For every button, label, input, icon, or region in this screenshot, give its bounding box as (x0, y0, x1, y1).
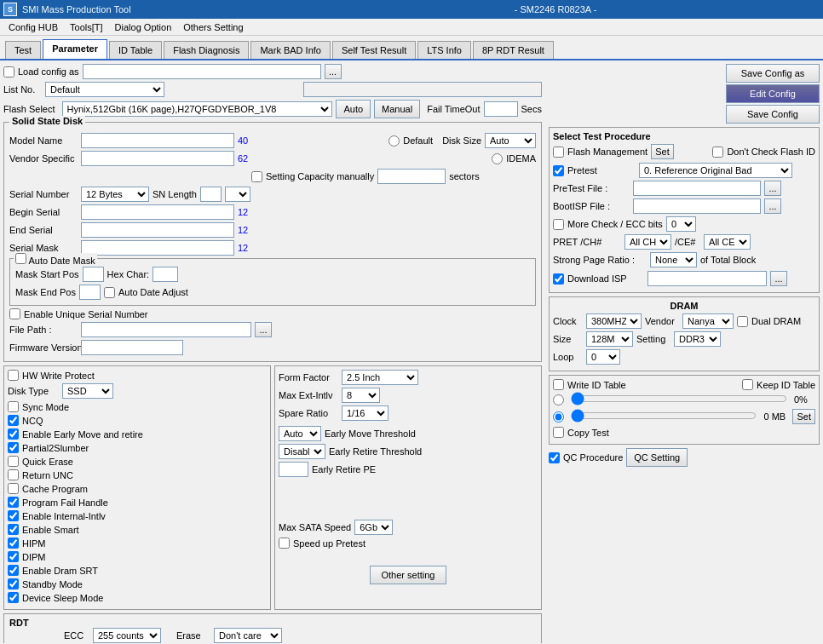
save-config-btn[interactable]: Save Config (726, 105, 820, 124)
menu-config-hub[interactable]: Config HUB (3, 20, 63, 34)
flash-select-dropdown[interactable]: Hynix,512Gbit (16K page),H27QFGDYEBOR_1V… (62, 101, 333, 117)
max-ext-intlv-select[interactable]: 8 (342, 388, 380, 403)
disk-type-select[interactable]: SSD (62, 383, 113, 399)
auto-btn[interactable]: Auto (336, 100, 371, 118)
id-radio-2[interactable] (553, 411, 564, 423)
file-path-browse-btn[interactable]: ... (255, 322, 272, 337)
fail-timeout-input[interactable]: 600 (484, 101, 518, 117)
id-radio-1[interactable] (553, 394, 564, 405)
id-slider-mb[interactable] (571, 410, 757, 422)
tab-id-table[interactable]: ID Table (109, 41, 162, 59)
loop-select[interactable]: 0 (586, 349, 620, 365)
vendor-specific-input[interactable]: Micro MLC DISK (81, 151, 234, 166)
speed-up-pretest-checkbox[interactable] (279, 538, 290, 549)
early-retire-select[interactable]: Disable (279, 444, 325, 459)
ncq-checkbox[interactable] (8, 415, 19, 426)
enable-dram-srt-checkbox[interactable] (8, 565, 19, 576)
dont-check-flash-checkbox[interactable] (712, 147, 723, 158)
download-isp-input[interactable]: ISP2246.bin (647, 271, 767, 286)
dipm-checkbox[interactable] (8, 551, 19, 562)
strong-page-ratio-select[interactable]: None (650, 252, 697, 267)
ce-select[interactable]: All CE (704, 234, 751, 250)
load-config-input[interactable] (83, 64, 321, 79)
early-move-select[interactable]: Auto (279, 426, 321, 441)
size-select[interactable]: 128M (586, 331, 633, 347)
cache-program-checkbox[interactable] (8, 483, 19, 494)
flash-management-checkbox[interactable] (553, 147, 564, 158)
write-id-table-checkbox[interactable] (553, 379, 564, 390)
program-fail-handle-checkbox[interactable] (8, 497, 19, 508)
enable-internal-intlv-checkbox[interactable] (8, 510, 19, 521)
sync-mode-checkbox[interactable] (8, 401, 19, 412)
copy-test-checkbox[interactable] (553, 427, 564, 438)
end-serial-input[interactable]: AA9999999999 (81, 222, 234, 238)
form-factor-select[interactable]: 2.5 Inch (342, 370, 418, 385)
edit-config-btn[interactable]: Edit Config (726, 84, 820, 103)
pret-ch-select[interactable]: All CH (624, 234, 671, 250)
early-retire-pe-input[interactable]: 0 (279, 462, 308, 477)
auto-date-mask-checkbox[interactable] (15, 253, 26, 264)
more-check-ecc-select[interactable]: 0 (666, 216, 696, 232)
firmware-version-input[interactable] (81, 340, 183, 355)
ecc-select[interactable]: 255 counts (93, 628, 161, 643)
load-config-browse-btn[interactable]: ... (325, 64, 342, 79)
qc-procedure-checkbox[interactable] (549, 452, 560, 463)
other-setting-btn[interactable]: Other setting (370, 566, 446, 584)
erase-select[interactable]: Don't care (214, 628, 282, 643)
menu-tools[interactable]: Tools[T] (65, 20, 108, 34)
mask-start-pos-input[interactable]: 3 (83, 267, 104, 282)
keep-id-table-checkbox[interactable] (742, 379, 753, 390)
load-config-checkbox[interactable] (3, 66, 14, 78)
id-slider-percent[interactable] (571, 393, 787, 405)
qc-setting-btn[interactable]: QC Setting (626, 448, 688, 467)
return-unc-checkbox[interactable] (8, 469, 19, 480)
radio-idema[interactable] (492, 153, 503, 164)
dual-dram-checkbox[interactable] (737, 316, 748, 327)
set-capacity-input[interactable]: 1887436800 (377, 169, 446, 184)
hw-write-protect-checkbox[interactable] (8, 370, 19, 381)
tab-parameter[interactable]: Parameter (43, 39, 107, 59)
device-sleep-mode-checkbox[interactable] (8, 592, 19, 603)
pretest-checkbox[interactable] (553, 165, 564, 176)
more-check-ecc-checkbox[interactable] (553, 219, 564, 230)
set-btn-2[interactable]: Set (792, 409, 815, 424)
enable-smart-checkbox[interactable] (8, 524, 19, 535)
clock-select[interactable]: 380MHZ (586, 313, 642, 329)
model-name-input[interactable]: Micro MLC DISK (81, 133, 234, 148)
pretest-file-input[interactable]: PTEST2246.bin (633, 181, 761, 196)
download-isp-checkbox[interactable] (553, 273, 564, 285)
save-config-as-btn[interactable]: Save Config as (726, 64, 820, 83)
tab-mark-bad-info[interactable]: Mark BAD Info (250, 41, 331, 59)
sn-length-input[interactable]: 12 (200, 187, 222, 202)
menu-others-setting[interactable]: Others Setting (178, 20, 248, 34)
partial2slumber-checkbox[interactable] (8, 442, 19, 453)
list-no-select[interactable]: Default (45, 82, 164, 97)
disk-size-select[interactable]: Auto (485, 133, 536, 148)
tab-8p-rdt-result[interactable]: 8P RDT Result (473, 41, 554, 59)
standby-mode-checkbox[interactable] (8, 578, 19, 589)
boot-isp-file-browse-btn[interactable]: ... (764, 198, 781, 214)
enable-unique-checkbox[interactable] (9, 308, 20, 319)
vendor-select[interactable]: Nanya (682, 313, 734, 329)
serial-number-select[interactable]: 12 Bytes (81, 187, 149, 202)
radio-default[interactable] (388, 135, 400, 147)
pretest-file-browse-btn[interactable]: ... (764, 181, 781, 196)
menu-dialog-option[interactable]: Dialog Option (110, 20, 177, 34)
serial-mask-input[interactable]: AA########## (81, 240, 234, 256)
sn-length-select[interactable] (225, 187, 250, 202)
begin-serial-input[interactable]: AA0163561232 (81, 204, 234, 220)
set-capacity-checkbox[interactable] (251, 171, 262, 182)
tab-lts-info[interactable]: LTS Info (417, 41, 471, 59)
auto-date-adjust-checkbox[interactable] (104, 287, 115, 298)
pretest-select[interactable]: 0. Reference Original Bad (639, 163, 792, 178)
hex-char-input[interactable] (153, 267, 178, 282)
hipm-checkbox[interactable] (8, 538, 19, 549)
max-sata-speed-select[interactable]: 6Gb (354, 520, 393, 535)
tab-flash-diagnosis[interactable]: Flash Diagnosis (164, 41, 249, 59)
enable-early-move-checkbox[interactable] (8, 428, 19, 440)
setting-select[interactable]: DDR3 (674, 331, 721, 347)
spare-ratio-select[interactable]: 1/16 (342, 405, 388, 421)
download-isp-browse-btn[interactable]: ... (770, 271, 787, 286)
tab-self-test-result[interactable]: Self Test Result (332, 41, 416, 59)
manual-btn[interactable]: Manual (374, 100, 420, 118)
